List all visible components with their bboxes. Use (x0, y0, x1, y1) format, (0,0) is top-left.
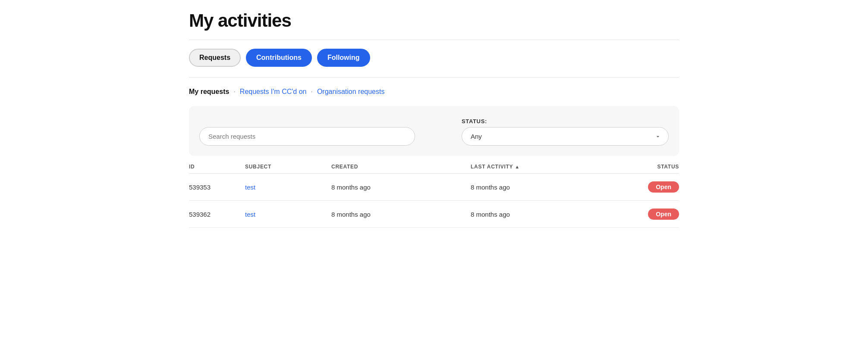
subnav-my-requests[interactable]: My requests (189, 88, 229, 96)
subnav-cc-requests[interactable]: Requests I'm CC'd on (240, 88, 307, 96)
row-2-created: 8 months ago (331, 211, 471, 218)
search-input[interactable] (199, 127, 415, 146)
row-2-id: 539362 (189, 211, 245, 218)
subnav-sep-2: · (311, 88, 312, 96)
page-title: My activities (189, 10, 679, 31)
status-label: STATUS: (462, 118, 669, 125)
tabs-row: Requests Contributions Following (189, 49, 679, 67)
status-badge-open: Open (648, 181, 679, 193)
status-col: STATUS: Any Open Closed Pending (462, 118, 669, 146)
row-2-subject: test (245, 211, 331, 218)
subnav-org-requests[interactable]: Organisation requests (317, 88, 385, 96)
row-1-id: 539353 (189, 184, 245, 191)
row-1-subject-link[interactable]: test (245, 184, 255, 191)
row-1-created: 8 months ago (331, 184, 471, 191)
row-1-last-activity: 8 months ago (471, 184, 610, 191)
page-container: My activities Requests Contributions Fol… (175, 0, 693, 238)
sub-nav: My requests · Requests I'm CC'd on · Org… (189, 88, 679, 96)
search-col (199, 127, 415, 146)
divider-mid (189, 77, 679, 78)
row-2-subject-link[interactable]: test (245, 211, 255, 218)
col-subject: SUBJECT (245, 164, 331, 170)
table-row: 539353 test 8 months ago 8 months ago Op… (189, 174, 679, 201)
sort-arrow-icon: ▲ (515, 164, 520, 169)
table-row: 539362 test 8 months ago 8 months ago Op… (189, 201, 679, 228)
row-1-subject: test (245, 184, 331, 191)
row-2-status: Open (610, 209, 679, 220)
divider-top (189, 40, 679, 40)
row-1-status: Open (610, 181, 679, 193)
col-last-activity[interactable]: LAST ACTIVITY ▲ (471, 164, 610, 170)
table-header: ID SUBJECT CREATED LAST ACTIVITY ▲ STATU… (189, 159, 679, 174)
status-badge-open-2: Open (648, 209, 679, 220)
requests-table: ID SUBJECT CREATED LAST ACTIVITY ▲ STATU… (189, 159, 679, 228)
status-select[interactable]: Any Open Closed Pending (462, 127, 669, 146)
tab-requests[interactable]: Requests (189, 49, 241, 67)
col-created: CREATED (331, 164, 471, 170)
tab-contributions[interactable]: Contributions (246, 49, 312, 67)
col-status: STATUS (610, 164, 679, 170)
subnav-sep-1: · (233, 88, 235, 96)
col-id: ID (189, 164, 245, 170)
row-2-last-activity: 8 months ago (471, 211, 610, 218)
filter-area: STATUS: Any Open Closed Pending (189, 106, 679, 156)
tab-following[interactable]: Following (317, 49, 370, 67)
